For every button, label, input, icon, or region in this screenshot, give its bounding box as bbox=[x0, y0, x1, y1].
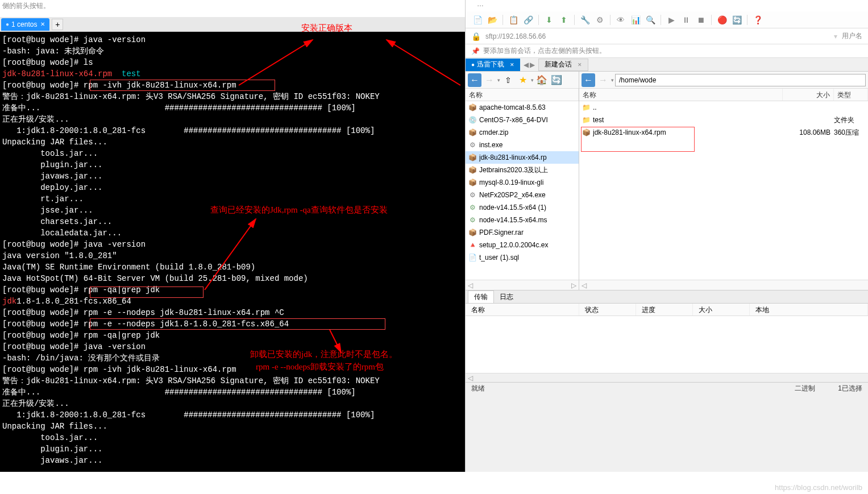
transfer-tab[interactable]: 传输 bbox=[468, 290, 494, 303]
new-file-icon[interactable]: 📄 bbox=[471, 14, 484, 26]
file-row[interactable]: ⚙NetFx20SP2_x64.exe bbox=[466, 189, 579, 201]
scroll-left-icon[interactable]: ◁ bbox=[582, 281, 587, 289]
session-nav: ◀ ▶ bbox=[520, 61, 538, 69]
local-file-list[interactable]: 📦apache-tomcat-8.5.63💿CentOS-7-x86_64-DV… bbox=[466, 101, 579, 280]
session-tab-label: 新建会话 bbox=[545, 60, 572, 69]
session-tab-active[interactable]: ● 迅雷下载 ✕ bbox=[466, 59, 520, 71]
file-row[interactable]: 📦Jetbrains2020.3及以上 bbox=[466, 164, 579, 176]
local-scrollbar[interactable]: ◁▷ bbox=[466, 280, 579, 290]
remote-scrollbar[interactable]: ◁ bbox=[579, 280, 868, 290]
forward-button[interactable]: → bbox=[483, 73, 496, 87]
chevron-down-icon[interactable]: ▾ bbox=[611, 77, 614, 83]
scroll-left-icon[interactable]: ◁ bbox=[468, 374, 473, 382]
col-status[interactable]: 状态 bbox=[579, 304, 636, 316]
terminal-output[interactable]: [root@bug wode]# java -version-bash: jav… bbox=[0, 32, 465, 472]
chart-icon[interactable]: 📊 bbox=[629, 14, 642, 26]
file-row[interactable]: 📦apache-tomcat-8.5.63 bbox=[466, 101, 579, 114]
back-button[interactable]: ← bbox=[582, 73, 595, 87]
file-icon: ⚙ bbox=[468, 190, 477, 200]
file-name: Jetbrains2020.3及以上 bbox=[479, 165, 579, 175]
file-row[interactable]: ⚙node-v14.15.5-x64.ms bbox=[466, 214, 579, 226]
download-icon[interactable]: ⬇ bbox=[543, 14, 555, 26]
close-icon[interactable]: ✕ bbox=[578, 62, 582, 68]
list-icon[interactable]: 📋 bbox=[507, 14, 520, 26]
remote-list-header: 名称 大小 类型 bbox=[579, 89, 868, 101]
file-row[interactable]: 📁test文件夹 bbox=[579, 114, 868, 126]
terminal-line: javaws.jar... bbox=[2, 171, 463, 182]
prev-icon[interactable]: ◀ bbox=[524, 61, 529, 69]
open-icon[interactable]: 📂 bbox=[486, 14, 499, 26]
terminal-tab[interactable]: ● 1 centos ✕ bbox=[1, 18, 49, 31]
transfer-list[interactable] bbox=[466, 316, 868, 373]
address-bar: 🔒 sftp://192.168.56.66 ▾ 用户名 bbox=[466, 28, 868, 44]
col-name[interactable]: 名称 bbox=[579, 89, 783, 101]
connect-icon[interactable]: 🔗 bbox=[522, 14, 534, 26]
terminal-line: jsse.jar... bbox=[2, 205, 463, 216]
help-icon[interactable]: ❓ bbox=[751, 14, 764, 26]
status-binary: 二进制 bbox=[795, 384, 815, 393]
hint-text: 要添加当前会话，点击左侧的箭头按钮。 bbox=[483, 46, 606, 56]
file-row[interactable]: 📦cmder.zip bbox=[466, 126, 579, 139]
file-icon: 📦 bbox=[468, 165, 477, 175]
settings-icon[interactable]: 🔧 bbox=[579, 14, 591, 26]
find-icon[interactable]: 🔍 bbox=[644, 14, 657, 26]
file-row[interactable]: 📦jdk-8u281-linux-x64.rp bbox=[466, 151, 579, 164]
col-name[interactable]: 名称 bbox=[466, 304, 579, 316]
col-size[interactable]: 大小 bbox=[693, 304, 750, 316]
transfer-tab-bar: 传输 日志 bbox=[466, 290, 868, 304]
options-icon[interactable]: ⚙ bbox=[593, 14, 606, 26]
next-icon[interactable]: ▶ bbox=[530, 61, 535, 69]
close-icon[interactable]: ✕ bbox=[40, 21, 45, 27]
col-size[interactable]: 大小 bbox=[783, 89, 834, 101]
chevron-down-icon[interactable]: ▾ bbox=[531, 77, 534, 83]
transfer-scrollbar[interactable]: ◁ bbox=[466, 373, 868, 382]
terminal-line: [root@bug wode]# java -version bbox=[2, 34, 463, 45]
file-row[interactable]: 🔺setup_12.0.0.2004c.ex bbox=[466, 239, 579, 251]
back-button[interactable]: ← bbox=[468, 73, 481, 87]
forward-button[interactable]: → bbox=[596, 73, 610, 87]
file-panels: ← → ▾ ⇧ ★ ▾ 🏠 🔄 名称 📦apache-tomcat-8.5.63… bbox=[466, 72, 868, 290]
scroll-left-icon[interactable]: ◁ bbox=[468, 281, 473, 289]
app-icon[interactable]: 🔴 bbox=[716, 14, 728, 26]
file-icon: 📦 bbox=[582, 128, 591, 137]
resume-icon[interactable]: ▶ bbox=[665, 14, 678, 26]
stop-icon[interactable]: ⏹ bbox=[695, 14, 707, 26]
terminal-line: java version "1.8.0_281" bbox=[2, 250, 463, 261]
remote-file-list[interactable]: 📁..📁test文件夹📦jdk-8u281-linux-x64.rpm108.0… bbox=[579, 101, 868, 280]
view-icon[interactable]: 👁 bbox=[614, 14, 627, 26]
remote-path-input[interactable] bbox=[615, 74, 866, 86]
col-local[interactable]: 本地 bbox=[750, 304, 868, 316]
file-row[interactable]: ⚙inst.exe bbox=[466, 139, 579, 151]
scroll-right-icon[interactable]: ▷ bbox=[571, 281, 576, 289]
file-row[interactable]: 📦jdk-8u281-linux-x64.rpm108.06MB360压缩 bbox=[579, 126, 868, 139]
status-ready: 就绪 bbox=[471, 384, 485, 393]
file-row[interactable]: 📄t_user (1).sql bbox=[466, 251, 579, 264]
file-row[interactable]: 💿CentOS-7-x86_64-DVI bbox=[466, 114, 579, 126]
address-text[interactable]: sftp://192.168.56.66 bbox=[485, 32, 829, 40]
refresh-icon[interactable]: 🔄 bbox=[550, 73, 563, 87]
home-icon[interactable]: 🏠 bbox=[535, 73, 549, 87]
close-icon[interactable]: ✕ bbox=[510, 62, 514, 68]
add-tab-button[interactable]: + bbox=[52, 19, 63, 30]
upload-icon[interactable]: ⬆ bbox=[558, 14, 570, 26]
col-type[interactable]: 类型 bbox=[834, 89, 868, 101]
file-row[interactable]: 📦mysql-8.0.19-linux-gli bbox=[466, 176, 579, 189]
file-icon: 🔺 bbox=[468, 240, 477, 250]
star-icon[interactable]: ★ bbox=[516, 73, 530, 87]
terminal-line: -bash: /bin/java: 没有那个文件或目录 bbox=[2, 352, 463, 364]
file-row[interactable]: 📁.. bbox=[579, 101, 868, 114]
log-tab[interactable]: 日志 bbox=[494, 291, 519, 303]
session-tab-new[interactable]: 新建会话 ✕ bbox=[538, 59, 588, 71]
pause-icon[interactable]: ⏸ bbox=[680, 14, 692, 26]
terminal-line: Unpacking JAR files... bbox=[2, 136, 463, 148]
col-progress[interactable]: 进度 bbox=[636, 304, 693, 316]
file-row[interactable]: ⚙node-v14.15.5-x64 (1) bbox=[466, 201, 579, 214]
sync-icon[interactable]: 🔄 bbox=[730, 14, 743, 26]
remote-panel: ← → ▾ 名称 大小 类型 📁..📁test文件夹📦jdk-8u281-lin… bbox=[579, 72, 868, 290]
dropdown-icon[interactable]: ▾ bbox=[834, 32, 837, 40]
chevron-down-icon[interactable]: ▾ bbox=[497, 77, 500, 83]
col-name[interactable]: 名称 bbox=[466, 89, 579, 101]
file-row[interactable]: 📦PDF.Signer.rar bbox=[466, 226, 579, 239]
file-icon: 💿 bbox=[468, 115, 477, 124]
up-button[interactable]: ⇧ bbox=[501, 73, 515, 87]
